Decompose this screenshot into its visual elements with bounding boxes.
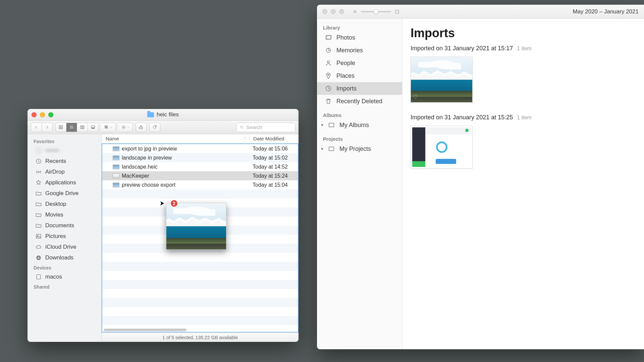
sidebar-item-label: Pictures — [45, 233, 66, 240]
empty-row — [102, 316, 298, 325]
close-button[interactable] — [32, 112, 37, 117]
photos-sidebar[interactable]: Library Photos Memories People Places Im… — [317, 19, 402, 349]
sidebar-item-label: People — [336, 60, 355, 67]
zoom-slider[interactable] — [361, 11, 391, 12]
svg-point-23 — [36, 148, 41, 153]
photo-thumbnail[interactable]: ♡ — [411, 57, 473, 103]
sidebar-item-label: iCloud Drive — [45, 244, 76, 250]
empty-row — [102, 262, 298, 271]
forward-button[interactable] — [42, 123, 53, 132]
sidebar-item-macos[interactable]: macos — [30, 272, 101, 282]
close-button[interactable] — [322, 9, 327, 14]
sidebar-item-movies[interactable]: Movies — [30, 209, 101, 220]
sidebar-item-myalbums[interactable]: ▼ My Albums — [317, 119, 402, 131]
zoom-slider-knob[interactable] — [374, 9, 378, 14]
arrange-button[interactable] — [101, 123, 116, 132]
back-button[interactable] — [31, 123, 42, 132]
search-icon — [239, 125, 244, 130]
search-field[interactable]: Search — [236, 123, 295, 132]
empty-row — [102, 198, 298, 207]
file-row[interactable]: landscape.heic Today at 14:52 — [102, 162, 298, 171]
file-row[interactable]: preview choose export Today at 15:04 — [102, 180, 298, 189]
favorites-header: Favorites — [30, 137, 101, 145]
disclosure-triangle-icon[interactable]: ▼ — [320, 123, 324, 127]
sidebar-item-blurred[interactable]: ••••••• — [30, 145, 101, 156]
status-text: 1 of 5 selected, 135.22 GB available — [162, 335, 238, 340]
sidebar-item-airdrop[interactable]: AirDrop — [30, 167, 101, 177]
photos-icon — [324, 34, 332, 42]
file-list[interactable]: export to jpg in preview Today at 15:06 … — [102, 143, 299, 333]
section-header: Imported on 31 January 2021 at 15:25 1 i… — [411, 114, 636, 121]
arrange-group — [101, 123, 116, 132]
sidebar-item-desktop[interactable]: Desktop — [30, 199, 101, 209]
sidebar-item-label: Google Drive — [45, 190, 78, 197]
sidebar-item-recents[interactable]: Recents — [30, 156, 101, 167]
empty-row — [102, 253, 298, 262]
sidebar-item-imports[interactable]: Imports — [317, 82, 402, 95]
column-name[interactable]: Name ⌃ — [102, 136, 250, 141]
horizontal-scrollbar[interactable] — [104, 328, 297, 331]
sidebar-item-memories[interactable]: Memories — [317, 44, 402, 57]
svg-rect-7 — [81, 126, 82, 129]
svg-rect-8 — [82, 126, 83, 129]
svg-rect-3 — [61, 128, 63, 129]
file-row[interactable]: landscape in preview Today at 15:02 — [102, 153, 298, 162]
file-name: export to jpg in preview — [122, 146, 249, 152]
photos-titlebar[interactable]: May 2020 – January 2021 — [317, 5, 644, 19]
favorite-icon[interactable]: ♡ — [413, 94, 418, 100]
sidebar-item-downloads[interactable]: Downloads — [30, 252, 101, 263]
sidebar-item-googledrive[interactable]: Google Drive — [30, 188, 101, 199]
zoom-button[interactable] — [339, 9, 344, 14]
view-list-button[interactable] — [66, 123, 77, 132]
scrollbar-thumb[interactable] — [104, 328, 186, 331]
photos-content[interactable]: Imports Imported on 31 January 2021 at 1… — [402, 19, 644, 349]
minimize-button[interactable] — [331, 9, 336, 14]
file-row[interactable]: MacKeeper Today at 15:24 — [102, 171, 298, 180]
sidebar-item-pictures[interactable]: Pictures — [30, 231, 101, 242]
disclosure-triangle-icon[interactable]: ▼ — [320, 147, 324, 151]
people-icon — [324, 59, 332, 67]
column-date[interactable]: Date Modified — [250, 136, 299, 141]
sidebar-item-places[interactable]: Places — [317, 69, 402, 82]
sidebar-item-recently-deleted[interactable]: Recently Deleted — [317, 95, 402, 108]
svg-rect-2 — [59, 128, 61, 129]
trash-icon — [324, 97, 332, 105]
share-button[interactable] — [136, 123, 147, 132]
sidebar-item-label: Recently Deleted — [336, 98, 382, 105]
svg-point-36 — [328, 74, 329, 75]
albums-header: Albums — [317, 111, 402, 119]
file-row[interactable]: export to jpg in preview Today at 15:06 — [102, 144, 298, 153]
zoom-button[interactable] — [48, 112, 53, 117]
image-file-icon — [112, 183, 120, 187]
traffic-lights — [322, 9, 344, 14]
finder-titlebar[interactable]: heic files — [28, 109, 299, 121]
file-name: preview choose export — [122, 182, 249, 188]
sidebar-item-photos[interactable]: Photos — [317, 31, 402, 44]
action-button[interactable] — [118, 123, 133, 132]
sidebar-item-applications[interactable]: Applications — [30, 177, 101, 188]
window-title: heic files — [28, 111, 299, 118]
finder-toolbar: Search — [28, 121, 299, 134]
zoom-small-icon — [352, 9, 358, 14]
sidebar-item-icloud[interactable]: iCloud Drive — [30, 242, 101, 252]
tags-button[interactable] — [149, 123, 160, 132]
photos-window: May 2020 – January 2021 Library Photos M… — [317, 5, 644, 349]
import-section: Imported on 31 January 2021 at 15:25 1 i… — [411, 114, 636, 169]
mouse-cursor: ➤ — [160, 199, 164, 207]
image-file-icon — [112, 174, 120, 178]
sidebar-item-myprojects[interactable]: ▼ My Projects — [317, 142, 402, 155]
file-date: Today at 15:06 — [249, 146, 298, 152]
finder-sidebar[interactable]: Favorites ••••••• Recents AirDrop Applic… — [28, 134, 102, 342]
zoom-large-icon — [394, 9, 400, 14]
section-label: Imported on 31 January 2021 at 15:25 — [411, 114, 513, 121]
photo-thumbnail[interactable] — [411, 126, 473, 169]
sidebar-item-documents[interactable]: Documents — [30, 220, 101, 231]
view-icon-button[interactable] — [55, 123, 66, 132]
view-gallery-button[interactable] — [88, 123, 99, 132]
sidebar-item-people[interactable]: People — [317, 57, 402, 69]
minimize-button[interactable] — [40, 112, 45, 117]
section-count: 1 item — [517, 115, 532, 121]
view-column-button[interactable] — [77, 123, 88, 132]
imports-icon — [324, 84, 332, 93]
file-name: landscape in preview — [122, 155, 249, 161]
